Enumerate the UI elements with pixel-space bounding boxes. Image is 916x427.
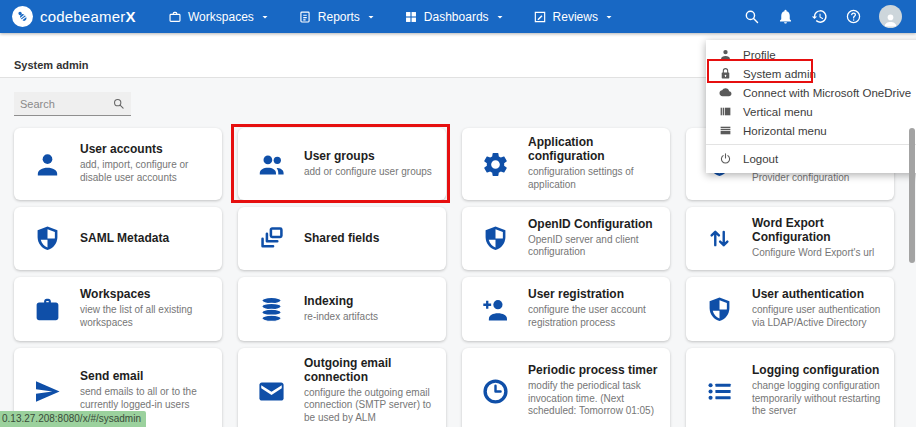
card-title: Indexing: [304, 295, 440, 309]
card-title: Periodic process timer: [528, 364, 664, 378]
menu-item-label: Logout: [743, 153, 778, 165]
card-title: Send email: [80, 370, 216, 384]
scrollbar[interactable]: [902, 33, 916, 427]
header-actions: [743, 0, 902, 33]
report-icon: [298, 10, 312, 24]
user-dropdown-menu: Profile System admin Connect with Micros…: [706, 40, 916, 173]
nav-label: Reviews: [553, 10, 598, 24]
menu-item-logout[interactable]: Logout: [706, 149, 916, 168]
chevron-down-icon: [259, 11, 271, 23]
card-user-registration[interactable]: User registrationconfigure the user acco…: [462, 277, 670, 341]
card-title: SAML Metadata: [80, 232, 216, 246]
menu-item-label: Horizontal menu: [743, 125, 827, 137]
card-desc: OpenID server and client configuration: [528, 234, 664, 260]
main-nav: Workspaces Reports Dashboards Reviews: [168, 0, 615, 33]
card-application-configuration[interactable]: Application configurationconfiguration s…: [462, 128, 670, 200]
card-word-export-configuration[interactable]: Word Export ConfigurationConfigure Word …: [686, 207, 894, 270]
shield-icon: [33, 224, 62, 253]
user-avatar[interactable]: [879, 5, 902, 28]
card-title: Outgoing email connection: [304, 357, 440, 385]
card-desc: change logging configuration temporarily…: [752, 380, 888, 418]
card-workspaces[interactable]: Workspacesview the list of all existing …: [14, 277, 222, 341]
card-desc: modify the periodical task invocation ti…: [528, 380, 664, 418]
app-title: codebeamerX: [40, 8, 136, 25]
user-group-icon: [257, 150, 286, 179]
card-title: Application configuration: [528, 136, 664, 164]
menu-item-system-admin[interactable]: System admin: [706, 64, 916, 83]
history-icon[interactable]: [811, 8, 828, 25]
card-periodic-process-timer[interactable]: Periodic process timermodify the periodi…: [462, 348, 670, 427]
briefcase-icon: [33, 295, 62, 324]
dashboard-grid-icon: [404, 10, 418, 24]
nav-label: Dashboards: [424, 10, 489, 24]
arrows-updown-icon: [705, 224, 734, 253]
clock-icon: [481, 377, 510, 406]
nav-label: Reports: [318, 10, 360, 24]
cloud-icon: [719, 86, 732, 99]
menu-item-onedrive[interactable]: Connect with Microsoft OneDrive: [706, 83, 916, 102]
card-title: User registration: [528, 288, 664, 302]
shield-icon: [481, 224, 510, 253]
admin-search: [14, 92, 131, 116]
menu-item-vertical-menu[interactable]: Vertical menu: [706, 102, 916, 121]
card-desc: configure the user account registration …: [528, 304, 664, 330]
power-icon: [719, 152, 732, 165]
list-icon: [705, 377, 734, 406]
search-icon[interactable]: [743, 8, 760, 25]
card-outgoing-email-connection[interactable]: Outgoing email connectionconfigure the o…: [238, 348, 446, 427]
card-desc: configure the outgoing email connection …: [304, 387, 440, 425]
card-title: OpenID Configuration: [528, 218, 664, 232]
review-edit-icon: [533, 10, 547, 24]
card-desc: add or configure user groups: [304, 166, 440, 179]
card-title: Workspaces: [80, 288, 216, 302]
card-indexing[interactable]: Indexingre-index artifacts: [238, 277, 446, 341]
card-desc: Configure Word Export's url: [752, 247, 888, 260]
card-desc: add, import, configure or disable user a…: [80, 159, 216, 185]
database-icon: [257, 295, 286, 324]
app-logo[interactable]: codebeamerX: [12, 6, 136, 27]
briefcase-icon: [168, 10, 182, 24]
nav-label: Workspaces: [188, 10, 254, 24]
card-logging-configuration[interactable]: Logging configurationchange logging conf…: [686, 348, 894, 427]
card-desc: send emails to all or to the currently l…: [80, 386, 216, 412]
nav-reviews[interactable]: Reviews: [533, 10, 615, 24]
send-icon: [33, 377, 62, 406]
notifications-bell-icon[interactable]: [777, 8, 794, 25]
nav-dashboards[interactable]: Dashboards: [404, 10, 506, 24]
bee-logo-icon: [12, 6, 33, 27]
menu-divider: [706, 144, 916, 145]
card-title: Word Export Configuration: [752, 217, 888, 245]
card-desc: Provider configuration: [752, 172, 888, 185]
card-title: Logging configuration: [752, 364, 888, 378]
card-desc: re-index artifacts: [304, 311, 440, 324]
envelope-icon: [257, 377, 286, 406]
menu-item-label: Profile: [743, 49, 776, 61]
menu-item-label: System admin: [743, 68, 816, 80]
horizontal-menu-icon: [719, 124, 732, 137]
card-shared-fields[interactable]: Shared fields: [238, 207, 446, 270]
card-openid-configuration[interactable]: OpenID ConfigurationOpenID server and cl…: [462, 207, 670, 270]
shield-icon: [705, 295, 734, 324]
person-add-icon: [481, 295, 510, 324]
top-navbar: codebeamerX Workspaces Reports Dashboard…: [0, 0, 916, 33]
menu-item-label: Connect with Microsoft OneDrive: [743, 87, 911, 99]
card-user-authentication[interactable]: User authenticationconfigure user authen…: [686, 277, 894, 341]
search-input[interactable]: [20, 98, 112, 110]
menu-item-label: Vertical menu: [743, 106, 813, 118]
card-user-groups[interactable]: User groupsadd or configure user groups: [238, 128, 446, 200]
card-title: User groups: [304, 150, 440, 164]
vertical-menu-icon: [719, 105, 732, 118]
user-icon: [33, 150, 62, 179]
help-icon[interactable]: [845, 8, 862, 25]
menu-item-horizontal-menu[interactable]: Horizontal menu: [706, 121, 916, 140]
menu-item-profile[interactable]: Profile: [706, 45, 916, 64]
nav-reports[interactable]: Reports: [298, 10, 377, 24]
card-title: User accounts: [80, 143, 216, 157]
nav-workspaces[interactable]: Workspaces: [168, 10, 271, 24]
card-user-accounts[interactable]: User accountsadd, import, configure or d…: [14, 128, 222, 200]
scrollbar-thumb[interactable]: [909, 128, 915, 263]
status-url: 0.13.27.208:8080/x/#/sysadmin: [0, 411, 146, 427]
search-icon[interactable]: [112, 97, 125, 110]
chevron-down-icon: [365, 11, 377, 23]
card-saml-metadata[interactable]: SAML Metadata: [14, 207, 222, 270]
